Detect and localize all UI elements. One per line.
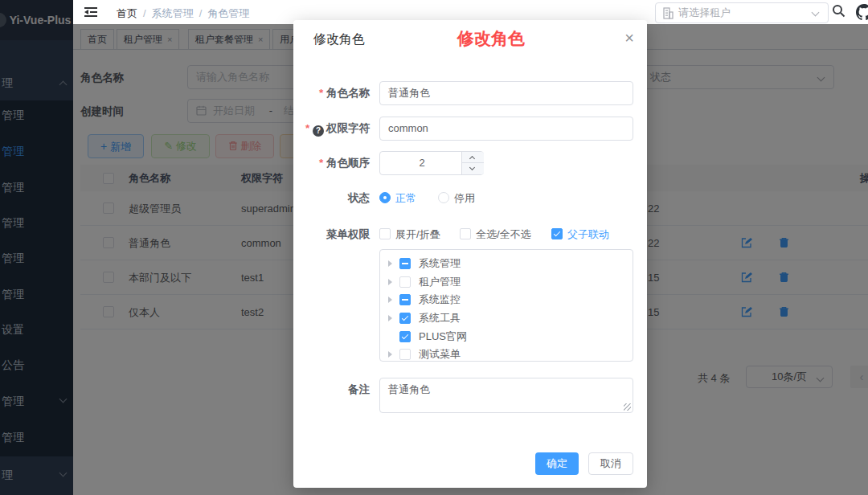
- tree-node[interactable]: PLUS官网: [380, 328, 633, 346]
- checkbox-parent-child-link[interactable]: 父子联动: [551, 223, 609, 247]
- menu-permission-tree: 系统管理 租户管理 系统监控 系统工具 PLUS官网 测试菜单: [379, 249, 633, 362]
- sidebar-collapse-icon[interactable]: [84, 6, 97, 18]
- chevron-down-icon: [469, 165, 475, 170]
- tree-node[interactable]: 系统工具: [380, 309, 633, 327]
- tree-node[interactable]: 测试菜单: [380, 346, 633, 362]
- breadcrumb: 首页/系统管理/角色管理: [117, 6, 249, 21]
- role-name-input[interactable]: 普通角色: [379, 81, 633, 105]
- tree-node[interactable]: 系统管理: [380, 255, 633, 272]
- role-sort-label: 角色顺序: [293, 151, 370, 175]
- checkbox-icon: [551, 228, 563, 239]
- checkbox-icon: [379, 228, 391, 239]
- tree-node[interactable]: 租户管理: [380, 273, 633, 291]
- dialog-annotation-red: 修改角色: [457, 27, 525, 50]
- menu-perm-label: 菜单权限: [293, 223, 370, 247]
- checkbox-icon[interactable]: [399, 294, 411, 305]
- caret-right-icon[interactable]: [388, 279, 392, 285]
- status-label: 状态: [293, 186, 370, 211]
- checkbox-icon[interactable]: [399, 258, 411, 269]
- perm-key-label: ?权限字符: [287, 117, 370, 141]
- checkbox-icon[interactable]: [399, 349, 411, 360]
- edit-role-dialog: 修改角色 修改角色 × 角色名称 普通角色 ?权限字符 common 角色顺序 …: [293, 20, 647, 488]
- search-icon[interactable]: [832, 4, 845, 18]
- tenant-select[interactable]: 请选择租户: [655, 2, 829, 23]
- caret-right-icon[interactable]: [388, 351, 392, 358]
- dialog-title: 修改角色: [313, 31, 365, 48]
- breadcrumb-home[interactable]: 首页: [117, 7, 137, 19]
- perm-key-input[interactable]: common: [379, 117, 633, 141]
- checkbox-icon[interactable]: [399, 331, 411, 342]
- tenant-select-placeholder: 请选择租户: [678, 3, 731, 22]
- resize-handle[interactable]: [624, 403, 631, 411]
- modal-overlay: [0, 0, 73, 495]
- confirm-button[interactable]: 确定: [535, 452, 579, 475]
- radio-icon: [379, 192, 391, 203]
- caret-right-icon[interactable]: [388, 297, 392, 303]
- building-icon: [662, 7, 674, 19]
- chevron-up-icon: [469, 156, 475, 162]
- number-stepper: [461, 151, 484, 175]
- remark-textarea[interactable]: 普通角色: [379, 378, 633, 413]
- checkbox-icon: [460, 228, 471, 239]
- checkbox-icon[interactable]: [399, 276, 411, 288]
- close-icon[interactable]: ×: [624, 30, 634, 46]
- breadcrumb-level1: 系统管理: [152, 7, 194, 19]
- cancel-button[interactable]: 取消: [588, 452, 633, 475]
- github-icon[interactable]: [854, 2, 868, 22]
- checkbox-select-all[interactable]: 全选/全不选: [460, 223, 531, 247]
- caret-right-icon[interactable]: [388, 315, 392, 321]
- stepper-up-button[interactable]: [462, 152, 484, 163]
- tree-node[interactable]: 系统监控: [380, 291, 633, 309]
- stepper-down-button[interactable]: [462, 163, 484, 174]
- remark-label: 备注: [293, 378, 370, 402]
- checkbox-expand-collapse[interactable]: 展开/折叠: [379, 223, 440, 247]
- radio-icon: [438, 192, 449, 203]
- role-name-label: 角色名称: [293, 81, 370, 105]
- help-icon[interactable]: ?: [313, 125, 324, 137]
- chevron-down-icon: [812, 9, 820, 17]
- breadcrumb-level2: 角色管理: [207, 7, 249, 19]
- checkbox-icon[interactable]: [399, 313, 411, 324]
- radio-normal[interactable]: 正常: [379, 186, 439, 211]
- radio-disabled[interactable]: 停用: [438, 186, 497, 211]
- caret-right-icon[interactable]: [388, 260, 392, 267]
